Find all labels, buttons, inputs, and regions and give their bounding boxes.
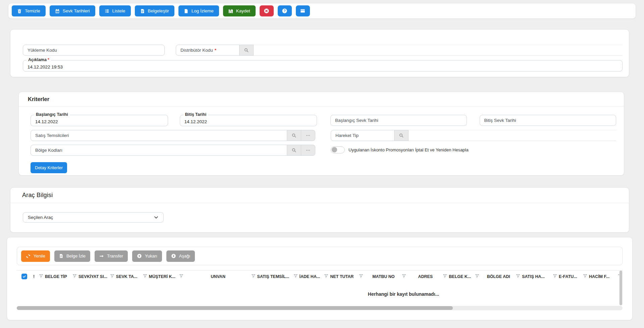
- detay-kriterler-button[interactable]: Detay Kriterler: [31, 162, 67, 173]
- yukari-button[interactable]: Yukarı: [132, 250, 162, 262]
- kriterler-card: Kriterler Başlangıç Tarihi 14.12.2022 Bi…: [18, 92, 624, 176]
- log-izleme-button[interactable]: Log İzleme: [178, 5, 219, 16]
- bitis-tarihi-field[interactable]: Bitiş Tarihi 14.12.2022: [180, 115, 317, 126]
- column-header[interactable]: HACİM F...: [588, 271, 623, 282]
- hareket-tip-input[interactable]: Hareket Tip: [331, 130, 394, 141]
- bolge-kodlari-more-button[interactable]: [301, 145, 315, 156]
- column-header[interactable]: !: [32, 271, 44, 282]
- column-header[interactable]: E-FATU...: [557, 271, 588, 282]
- satis-temsilcileri-search-button[interactable]: [287, 130, 301, 141]
- transfer-button[interactable]: Transfer: [95, 250, 128, 262]
- horizontal-scrollbar-thumb[interactable]: [17, 306, 453, 310]
- grid-header-row: ! BELGE TİP SEVKİYAT SI... SEVK TA... MÜ…: [17, 270, 623, 282]
- secilen-arac-select[interactable]: Seçilen Araç: [23, 212, 164, 223]
- bitis-tarihi-label: Bitiş Tarihi: [183, 112, 208, 117]
- column-header[interactable]: NET TUTAR: [329, 271, 364, 282]
- kaydet-button[interactable]: Kaydet: [223, 5, 256, 16]
- filter-funnel-icon[interactable]: [443, 274, 447, 278]
- filter-funnel-icon[interactable]: [293, 274, 298, 278]
- filter-funnel-icon[interactable]: [251, 274, 256, 278]
- distributor-description-field: [254, 45, 623, 56]
- filter-funnel-icon[interactable]: [402, 274, 406, 278]
- document-lines-icon: [140, 9, 145, 13]
- toggle-knob: [332, 147, 337, 152]
- baslangic-sevk-tarihi-input[interactable]: Başlangıç Sevk Tarihi: [330, 115, 467, 126]
- yenile-button[interactable]: Yenile: [21, 250, 50, 262]
- filter-funnel-icon[interactable]: [475, 274, 479, 278]
- iskonto-toggle-label: Uygulanan İskonto Promosyonları İptal Et…: [348, 147, 469, 152]
- column-header[interactable]: SATIŞ TEMSİL...: [256, 271, 298, 282]
- sevk-tarihleri-label: Sevk Tarihleri: [63, 8, 90, 13]
- close-button[interactable]: [260, 5, 274, 16]
- column-header[interactable]: ADRES: [407, 271, 447, 282]
- filter-funnel-icon[interactable]: [359, 274, 363, 278]
- belge-izle-label: Belge İzle: [66, 253, 86, 259]
- detay-kriterler-label: Detay Kriterler: [35, 165, 63, 170]
- column-header[interactable]: MÜŞTERİ K...: [148, 271, 184, 282]
- filter-funnel-icon[interactable]: [583, 274, 587, 278]
- column-header[interactable]: MATBU NO: [364, 271, 407, 282]
- document-icon: [59, 254, 63, 258]
- distributor-search-button[interactable]: [239, 45, 254, 56]
- hareket-tip-description-field: [409, 130, 616, 141]
- filter-funnel-icon[interactable]: [324, 274, 328, 278]
- column-header[interactable]: İADE HA...: [298, 271, 329, 282]
- filter-funnel-icon[interactable]: [39, 274, 43, 278]
- select-all-checkbox[interactable]: [21, 274, 27, 279]
- column-header[interactable]: SEVK TA...: [115, 271, 148, 282]
- column-header[interactable]: SATIŞ HA...: [521, 271, 557, 282]
- satis-temsilcileri-input[interactable]: Satış Temsilcileri: [31, 130, 287, 141]
- column-header[interactable]: SEVKİYAT SI...: [77, 271, 115, 282]
- filter-funnel-icon[interactable]: [179, 274, 183, 278]
- column-header[interactable]: BÖLGE ADI: [480, 271, 521, 282]
- iskonto-toggle[interactable]: [331, 146, 345, 153]
- vertical-scrollbar-thumb[interactable]: [620, 271, 622, 305]
- list-icon: [105, 9, 109, 13]
- satis-temsilcileri-group: Satış Temsilcileri: [31, 130, 316, 141]
- vertical-scrollbar[interactable]: [619, 270, 623, 306]
- kriterler-body: Başlangıç Tarihi 14.12.2022 Bitiş Tarihi…: [19, 107, 624, 173]
- header-form-card: Yükleme Kodu Distribütör Kodu * Açıklama…: [10, 29, 629, 77]
- asagi-button[interactable]: Aşağı: [166, 250, 195, 262]
- belge-izle-button[interactable]: Belge İzle: [54, 250, 90, 262]
- arrow-right-icon: [99, 254, 104, 259]
- yukleme-kodu-input[interactable]: Yükleme Kodu: [23, 45, 165, 56]
- bitis-tarihi-value: 14.12.2022: [184, 119, 207, 124]
- arac-bilgisi-card: Araç Bilgisi Seçilen Araç: [10, 187, 629, 233]
- column-header[interactable]: UNVAN: [184, 271, 256, 282]
- filter-funnel-icon[interactable]: [553, 274, 557, 278]
- kriterler-title: Kriterler: [28, 96, 49, 102]
- header-form-row: Yükleme Kodu Distribütör Kodu *: [23, 45, 623, 56]
- log-izleme-label: Log İzleme: [192, 8, 214, 13]
- bitis-sevk-tarihi-input[interactable]: Bitiş Sevk Tarihi: [480, 115, 616, 126]
- bolge-kodlari-input[interactable]: Bölge Kodları: [31, 145, 287, 156]
- bolge-kodlari-search-button[interactable]: [287, 145, 301, 156]
- distributor-kodu-group: Distribütör Kodu *: [176, 45, 623, 56]
- circle-x-icon: [264, 8, 269, 14]
- temizle-button[interactable]: Temizle: [12, 5, 46, 16]
- belgelestir-button[interactable]: Belgeleştir: [135, 5, 174, 16]
- grid-card: Yenile Belge İzle Transfer Yukarı Aşağı: [7, 237, 633, 320]
- hareket-tip-search-button[interactable]: [394, 130, 409, 141]
- distributor-kodu-placeholder: Distribütör Kodu: [180, 48, 213, 53]
- column-header[interactable]: BELGE TİP: [44, 271, 77, 282]
- filter-funnel-icon[interactable]: [110, 274, 114, 278]
- window-button[interactable]: [296, 5, 310, 16]
- filter-funnel-icon[interactable]: [516, 274, 520, 278]
- baslangic-tarihi-field[interactable]: Başlangıç Tarihi 14.12.2022: [31, 115, 168, 126]
- filter-funnel-icon[interactable]: [72, 274, 77, 278]
- document-icon: [184, 9, 189, 13]
- svg-text:?: ?: [284, 9, 286, 13]
- aciklama-field[interactable]: Açıklama* 14.12.2022 19:53: [23, 60, 623, 72]
- main-toolbar: Temizle Sevk Tarihleri Listele Belgeleşt…: [8, 3, 636, 19]
- listele-button[interactable]: Listele: [99, 5, 131, 16]
- sevk-tarihleri-button[interactable]: Sevk Tarihleri: [50, 5, 95, 16]
- horizontal-scrollbar[interactable]: [17, 306, 623, 310]
- grid-table: ! BELGE TİP SEVKİYAT SI... SEVK TA... MÜ…: [17, 270, 623, 310]
- filter-funnel-icon[interactable]: [143, 274, 147, 278]
- help-button[interactable]: ?: [278, 5, 292, 16]
- column-header[interactable]: BELGE K...: [447, 271, 480, 282]
- required-asterisk: *: [48, 57, 49, 62]
- distributor-kodu-input[interactable]: Distribütör Kodu *: [176, 45, 239, 56]
- satis-temsilcileri-more-button[interactable]: [301, 130, 315, 141]
